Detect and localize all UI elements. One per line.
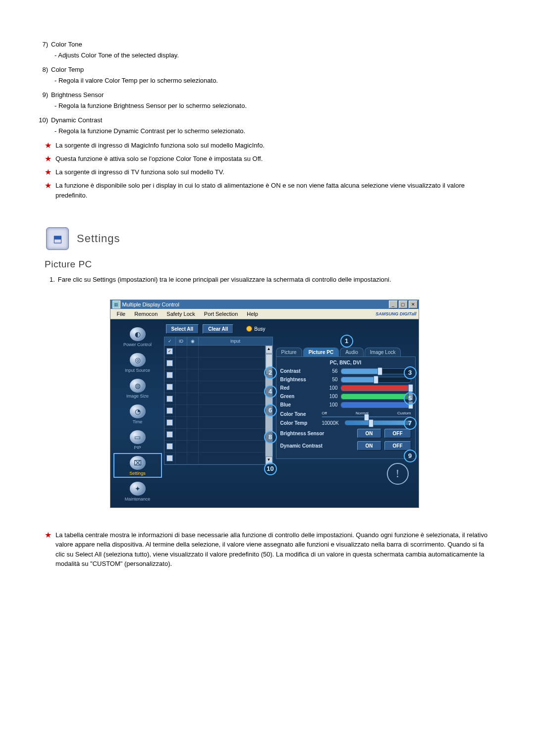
contrast-slider[interactable] bbox=[341, 368, 411, 374]
slider-thumb[interactable] bbox=[408, 384, 413, 392]
row-checkbox[interactable] bbox=[166, 431, 173, 438]
busy-label: Busy bbox=[254, 326, 265, 332]
brightness-slider[interactable] bbox=[341, 377, 411, 383]
red-slider[interactable] bbox=[341, 385, 411, 391]
red-slider-row: Red100 bbox=[280, 385, 411, 391]
table-row[interactable] bbox=[164, 405, 265, 417]
sidebar-item-pip[interactable]: ▭PIP bbox=[113, 427, 162, 452]
row-checkbox[interactable] bbox=[166, 360, 173, 366]
settings-panel: PicturePicture PCAudioImage Lock PC, BNC… bbox=[276, 337, 416, 498]
color-tone-label: Color Tone bbox=[280, 411, 319, 417]
slider-thumb[interactable] bbox=[374, 376, 378, 384]
brightness-sensor-row: Brightness Sensor ON OFF bbox=[280, 429, 411, 438]
dynamic-contrast-on-button[interactable]: ON bbox=[357, 441, 381, 451]
color-temp-thumb[interactable] bbox=[369, 419, 374, 427]
star-note: ★La funzione è disponibile solo per i di… bbox=[45, 181, 490, 200]
table-row[interactable] bbox=[164, 393, 265, 405]
settings-tabs: PicturePicture PCAudioImage Lock bbox=[276, 348, 416, 356]
callout-marker-3: 3 bbox=[404, 366, 417, 379]
table-row[interactable]: ✓ bbox=[164, 346, 265, 357]
menu-file[interactable]: File bbox=[112, 310, 130, 318]
main-panel: Select All Clear All Busy ✓ ID bbox=[164, 322, 416, 504]
step-1: 1. Fare clic su Settings (impostazioni) … bbox=[50, 275, 490, 285]
table-row[interactable] bbox=[164, 381, 265, 393]
callout-marker-1: 1 bbox=[340, 335, 353, 348]
color-tone-slider[interactable]: OffNormalCustom bbox=[322, 411, 411, 417]
tab-image-lock[interactable]: Image Lock bbox=[365, 348, 401, 356]
color-tone-row: Color Tone OffNormalCustom bbox=[280, 411, 411, 417]
window-controls: _ ▢ ✕ bbox=[389, 301, 418, 308]
input-source-icon: ◎ bbox=[130, 353, 146, 367]
footer-note-text: La tabella centrale mostra le informazio… bbox=[55, 530, 490, 569]
scroll-up-icon[interactable]: ▲ bbox=[266, 346, 272, 353]
menu-port-selection[interactable]: Port Selection bbox=[200, 310, 242, 318]
green-slider[interactable] bbox=[341, 394, 411, 400]
row-checkbox[interactable] bbox=[166, 407, 173, 414]
close-button[interactable]: ✕ bbox=[409, 301, 418, 308]
list-item: 9)Brightness Sensor bbox=[37, 90, 490, 100]
footer-note: ★ La tabella centrale mostra le informaz… bbox=[45, 530, 490, 569]
sidebar-item-label: Power Control bbox=[123, 342, 152, 347]
dynamic-contrast-label: Dynamic Contrast bbox=[280, 443, 354, 449]
callout-marker-2: 2 bbox=[264, 366, 277, 379]
row-checkbox[interactable] bbox=[166, 443, 173, 450]
row-checkbox[interactable] bbox=[166, 455, 173, 461]
tab-picture[interactable]: Picture bbox=[276, 348, 302, 356]
table-row[interactable] bbox=[164, 357, 265, 369]
menu-safety-lock[interactable]: Safety Lock bbox=[162, 310, 199, 318]
tab-audio[interactable]: Audio bbox=[340, 348, 364, 356]
tab-picture-pc[interactable]: Picture PC bbox=[303, 348, 339, 356]
table-row[interactable] bbox=[164, 369, 265, 381]
color-temp-label: Color Temp bbox=[280, 420, 319, 426]
select-all-button[interactable]: Select All bbox=[166, 324, 199, 334]
sidebar: ◐Power Control◎Input Source◍Image Size◔T… bbox=[113, 322, 162, 504]
step-text: Fare clic su Settings (impostazioni) tra… bbox=[58, 275, 391, 285]
color-temp-slider[interactable] bbox=[345, 420, 411, 425]
sidebar-item-label: Input Source bbox=[125, 368, 150, 373]
callout-marker-6: 6 bbox=[264, 404, 277, 417]
sidebar-item-power-control[interactable]: ◐Power Control bbox=[113, 324, 162, 349]
menu-help[interactable]: Help bbox=[242, 310, 263, 318]
sidebar-item-maintenance[interactable]: ✦Maintenance bbox=[113, 479, 162, 504]
minimize-button[interactable]: _ bbox=[389, 301, 398, 308]
list-item: 7)Color Tone bbox=[37, 40, 490, 50]
blue-slider[interactable] bbox=[341, 402, 411, 408]
brightness-sensor-off-button[interactable]: OFF bbox=[384, 429, 411, 438]
toolbar: Select All Clear All Busy bbox=[164, 322, 416, 335]
slider-thumb[interactable] bbox=[377, 367, 382, 375]
maximize-button[interactable]: ▢ bbox=[399, 301, 408, 308]
table-row[interactable] bbox=[164, 453, 265, 464]
row-checkbox[interactable]: ✓ bbox=[166, 348, 173, 354]
power-control-icon: ◐ bbox=[130, 327, 146, 341]
grid-header-check[interactable]: ✓ bbox=[164, 337, 176, 345]
sidebar-item-input-source[interactable]: ◎Input Source bbox=[113, 350, 162, 375]
table-row[interactable] bbox=[164, 417, 265, 429]
color-tone-mark: Off bbox=[322, 411, 327, 415]
brightness-sensor-on-button[interactable]: ON bbox=[357, 429, 381, 438]
row-checkbox[interactable] bbox=[166, 396, 173, 402]
menu-remocon[interactable]: Remocon bbox=[130, 310, 162, 318]
sidebar-item-image-size[interactable]: ◍Image Size bbox=[113, 376, 162, 401]
star-icon: ★ bbox=[45, 180, 52, 192]
page: 7)Color Tone- Adjusts Color Tone of the … bbox=[0, 0, 535, 756]
list-description: - Adjusts Color Tone of the selected dis… bbox=[37, 50, 490, 60]
star-text: La sorgente di ingresso di TV funziona s… bbox=[55, 167, 224, 177]
slider-label: Contrast bbox=[280, 368, 319, 374]
row-checkbox[interactable] bbox=[166, 384, 173, 390]
color-tone-thumb[interactable] bbox=[364, 414, 369, 421]
dynamic-contrast-off-button[interactable]: OFF bbox=[384, 441, 411, 451]
list-title: Color Temp bbox=[51, 65, 84, 75]
slider-value: 56 bbox=[322, 368, 338, 374]
row-checkbox[interactable] bbox=[166, 419, 173, 426]
sidebar-item-settings[interactable]: ⌧Settings bbox=[113, 453, 162, 478]
row-checkbox[interactable] bbox=[166, 372, 173, 378]
window-title: Multiple Display Control bbox=[122, 302, 389, 307]
clear-all-button[interactable]: Clear All bbox=[203, 324, 233, 334]
table-row[interactable] bbox=[164, 429, 265, 441]
table-row[interactable] bbox=[164, 441, 265, 453]
list-description: - Regola la funzione Brightness Sensor p… bbox=[37, 101, 490, 111]
numbered-list: 7)Color Tone- Adjusts Color Tone of the … bbox=[37, 40, 490, 136]
slider-label: Green bbox=[280, 394, 319, 399]
grid-header-status: ◉ bbox=[187, 337, 199, 345]
sidebar-item-time[interactable]: ◔Time bbox=[113, 402, 162, 426]
